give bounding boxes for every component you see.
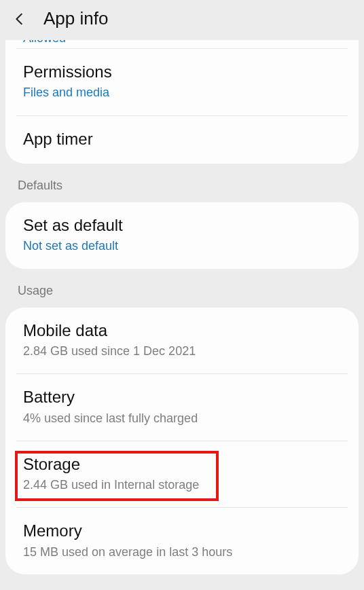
battery-sub: 4% used since last fully charged xyxy=(23,410,341,427)
app-timer-title: App timer xyxy=(23,128,341,150)
set-default-sub: Not set as default xyxy=(23,238,341,255)
header-bar: App info xyxy=(0,0,364,40)
set-default-title: Set as default xyxy=(23,215,341,236)
mobile-data-title: Mobile data xyxy=(23,320,341,342)
permissions-item[interactable]: Permissions Files and media xyxy=(5,49,359,115)
section-defaults: Defaults xyxy=(0,164,364,202)
peek-label: Allowed xyxy=(23,40,66,45)
back-icon[interactable] xyxy=(12,12,27,26)
defaults-card: Set as default Not set as default xyxy=(5,202,359,269)
storage-sub: 2.44 GB used in Internal storage xyxy=(23,477,341,494)
permissions-sub: Files and media xyxy=(23,84,341,101)
mobile-data-item[interactable]: Mobile data 2.84 GB used since 1 Dec 202… xyxy=(5,308,359,374)
settings-card-1: Allowed Permissions Files and media App … xyxy=(5,40,359,164)
memory-sub: 15 MB used on average in last 3 hours xyxy=(23,544,341,561)
battery-item[interactable]: Battery 4% used since last fully charged xyxy=(5,374,359,441)
battery-title: Battery xyxy=(23,386,341,408)
app-timer-item[interactable]: App timer xyxy=(5,116,359,164)
set-default-item[interactable]: Set as default Not set as default xyxy=(5,202,359,269)
storage-item[interactable]: Storage 2.44 GB used in Internal storage xyxy=(5,441,359,508)
mobile-data-sub: 2.84 GB used since 1 Dec 2021 xyxy=(23,343,341,360)
memory-item[interactable]: Memory 15 MB used on average in last 3 h… xyxy=(5,508,359,574)
peek-item[interactable]: Allowed xyxy=(5,40,359,48)
storage-title: Storage xyxy=(23,454,341,475)
usage-card: Mobile data 2.84 GB used since 1 Dec 202… xyxy=(5,308,359,574)
permissions-title: Permissions xyxy=(23,61,341,83)
section-usage: Usage xyxy=(0,269,364,308)
memory-title: Memory xyxy=(23,520,341,542)
page-title: App info xyxy=(43,8,108,29)
